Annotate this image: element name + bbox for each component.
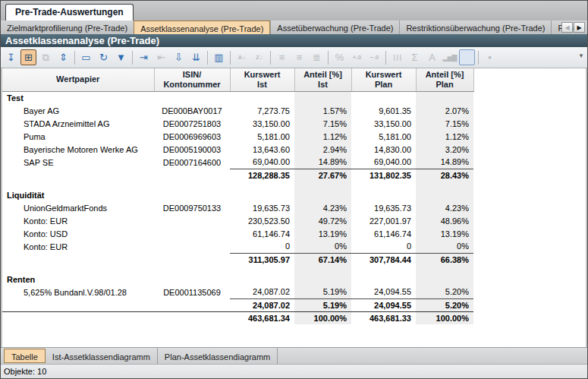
chart-color-icon[interactable]: ▂▅▇ [459, 49, 475, 65]
cell-wertpapier: SAP SE [2, 156, 154, 169]
spacer-row[interactable] [2, 266, 473, 273]
cell-isin [154, 266, 230, 273]
bottom-tab-plan-diagramm[interactable]: Plan-Assetklassendiagramm [158, 348, 278, 364]
security-row[interactable]: Konto: EUR 0 0% 0 0% [2, 240, 473, 253]
cell-wertpapier: Puma [2, 130, 154, 143]
bottom-tab-label: Ist-Assetklassendiagramm [52, 352, 150, 362]
toolbar: ↧ ⊞ ⧉ ⇕ ▭ ↻ ▼ [1, 47, 587, 68]
cell-isin [154, 240, 230, 253]
cell-wertpapier: Test [2, 91, 154, 104]
percent-icon: % [332, 49, 347, 65]
security-row[interactable]: UnionGeldmarktFonds DE0009750133 19,635.… [2, 201, 473, 214]
toolbar-separator [478, 51, 479, 65]
security-row[interactable]: Konto: USD 61,146.74 13.19% 61,146.74 13… [2, 227, 473, 240]
cell-wertpapier [2, 169, 154, 182]
cell-isin [154, 253, 230, 266]
cell-anteil-plan: 5.20% [416, 286, 473, 298]
toolbar-overflow-icon[interactable]: ▾ [577, 52, 586, 59]
toolbar-glyph: ⊞ [24, 52, 33, 63]
tab-zielmarktprofilierung[interactable]: Zielmarktprofilierung (Pre-Trade) [1, 21, 134, 34]
group-row[interactable]: Liquidität [2, 188, 473, 201]
sliders-icon: ∣∣∣ [389, 49, 405, 65]
cell-kurswert-ist: 13,643.60 [230, 143, 294, 156]
cell-anteil-ist: 7.15% [294, 117, 351, 130]
bottom-tab-ist-diagramm[interactable]: Ist-Assetklassendiagramm [46, 348, 158, 364]
bottom-tab-label: Plan-Assetklassendiagramm [165, 352, 270, 362]
subtotal-row[interactable]: 128,288.35 27.67% 131,802.35 28.43% [2, 169, 473, 182]
group-row[interactable]: Test [2, 91, 473, 104]
col-isin[interactable]: ISIN/ Kontonummer [154, 68, 230, 91]
cell-kurswert-ist: 311,305.97 [230, 253, 294, 266]
col-kurswert-plan[interactable]: Kurswert Plan [351, 68, 416, 91]
col-kurswert-ist[interactable]: Kurswert Ist [230, 68, 294, 91]
toolbar-glyph: ≣ [313, 52, 321, 63]
tab-scroll-right-icon[interactable]: ▶ [574, 22, 585, 33]
toolbar-glyph: Z↓ [256, 54, 263, 61]
cell-kurswert-plan: 463,681.33 [351, 311, 416, 324]
drill-down-icon[interactable]: ⇊ [188, 49, 204, 65]
col-anteil-plan[interactable]: Anteil [%] Plan [416, 68, 473, 91]
col-anteil-ist[interactable]: Anteil [%] Ist [294, 68, 351, 91]
spacer-row[interactable] [2, 182, 473, 188]
chart-mono-icon: ▂▅▇ [442, 49, 458, 65]
toolbar-glyph: ⇤ [157, 52, 165, 63]
new-range-icon[interactable]: ▭ [78, 49, 94, 65]
group-row[interactable]: Renten [2, 273, 473, 286]
security-row[interactable]: Konto: EUR 230,523.50 49.72% 227,001.97 … [2, 214, 473, 227]
subtotal-row[interactable]: 24,087.02 5.19% 24,094.55 5.20% [2, 298, 473, 311]
cell-kurswert-plan [351, 266, 416, 273]
filter-icon[interactable]: ▼ [113, 49, 129, 65]
tab-restriktionsueberwachung[interactable]: Restriktionsüberwachung (Pre-Trade) [399, 21, 551, 34]
tab-scroll-buttons: ◀ ▶ [561, 22, 585, 33]
step-into-icon[interactable]: ⇥ [136, 49, 152, 65]
app-window: Pre-Trade-Auswertungen Zielmarktprofilie… [0, 0, 588, 379]
cell-anteil-plan: 66.38% [416, 253, 473, 266]
cell-anteil-ist [294, 266, 351, 273]
col-wertpapier[interactable]: Wertpapier [2, 68, 154, 91]
toolbar-separator [74, 51, 75, 65]
subtotal-row[interactable]: 311,305.97 67.14% 307,784.44 66.38% [2, 253, 473, 266]
align-left-icon: ≡ [274, 49, 290, 65]
expand-rows-icon[interactable]: ⇕ [55, 49, 71, 65]
cell-isin [154, 91, 230, 104]
cell-anteil-plan [416, 266, 473, 273]
insert-below-icon[interactable]: ⇩ [171, 49, 187, 65]
status-bar: Objekte: 10 [1, 364, 587, 378]
tab-assetueberwachung[interactable]: Assetüberwachung (Pre-Trade) [270, 21, 399, 34]
cell-isin: DE0005190003 [154, 143, 230, 156]
toolbar-separator [270, 51, 271, 65]
security-row[interactable]: STADA Arzneimittel AG DE0007251803 33,15… [2, 117, 473, 130]
align-right-icon: ≣ [309, 49, 325, 65]
bottom-tab-label: Tabelle [11, 352, 38, 362]
toolbar-glyph: ▪ [488, 52, 492, 63]
cell-anteil-ist: 5.19% [294, 298, 351, 311]
tab-pre-trade-auswertungen[interactable]: Pre-Trade-Auswertungen [5, 4, 134, 21]
expand-tree-icon[interactable]: ↧ [3, 49, 19, 65]
toolbar-glyph: A↓ [238, 54, 246, 61]
table-body: Test Bayer AG DE000BAY0017 7,273.75 1.57… [2, 91, 473, 324]
security-row[interactable]: Bayerische Motoren Werke AG DE0005190003… [2, 143, 473, 156]
cell-anteil-ist [294, 91, 351, 104]
total-row[interactable]: 463,681.34 100.00% 463,681.33 100.00% [2, 311, 473, 324]
cell-isin [154, 188, 230, 201]
cell-kurswert-ist [230, 182, 294, 188]
cell-kurswert-ist: 19,635.73 [230, 201, 294, 214]
security-row[interactable]: 5,625% Bundanl.V.98/01.28 DE0001135069 2… [2, 286, 473, 298]
cell-kurswert-plan: 24,094.55 [351, 298, 416, 311]
security-row[interactable]: Puma DE0006969603 5,181.00 1.12% 5,181.0… [2, 130, 473, 143]
fit-view-icon[interactable]: ⊞ [20, 49, 36, 65]
toolbar-glyph: % [335, 52, 344, 63]
tab-assetklassenanalyse[interactable]: Assetklassenanalyse (Pre-Trade) [134, 21, 270, 34]
cell-anteil-plan: 1.12% [416, 130, 473, 143]
columns-icon[interactable]: ▥ [211, 49, 227, 65]
cell-wertpapier [2, 298, 154, 311]
security-row[interactable]: Bayer AG DE000BAY0017 7,273.75 1.57% 9,6… [2, 104, 473, 117]
security-row[interactable]: SAP SE DE0007164600 69,040.00 14.89% 69,… [2, 156, 473, 169]
cell-anteil-plan: 2.07% [416, 104, 473, 117]
toolbar-glyph: ⇊ [192, 52, 200, 63]
bottom-tab-tabelle[interactable]: Tabelle [4, 349, 46, 363]
view-tab-bar: Zielmarktprofilierung (Pre-Trade) Assetk… [1, 21, 587, 34]
refresh-icon[interactable]: ↻ [96, 49, 112, 65]
cell-kurswert-ist: 128,288.35 [230, 169, 294, 182]
cell-kurswert-ist: 463,681.34 [230, 311, 294, 324]
